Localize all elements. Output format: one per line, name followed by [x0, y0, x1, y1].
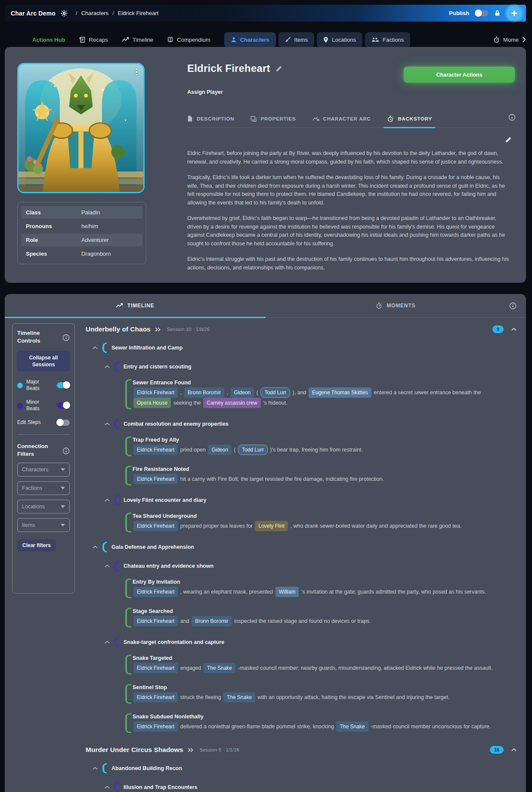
nav-tab-compendium[interactable]: Compendium	[167, 37, 210, 43]
toggle-edit-steps[interactable]	[57, 420, 70, 426]
chevron-up-icon[interactable]	[105, 422, 110, 426]
entity-chip-the-snake[interactable]: The Snake	[336, 721, 368, 732]
entity-chip-lovely-flint[interactable]: Lovely Flint	[255, 521, 288, 531]
beat-title[interactable]: Entry By Invitation	[133, 579, 517, 585]
group-title[interactable]: Snake-target confrontation and capture	[124, 639, 224, 645]
character-actions-button[interactable]: Character Actions	[404, 67, 515, 83]
nav-tab-locations[interactable]: Locations	[317, 32, 362, 47]
group-title[interactable]: Chateau entry and evidence shown	[124, 563, 213, 569]
chevron-up-icon[interactable]	[511, 748, 517, 752]
beat-title[interactable]: Fire Resistance Noted	[133, 466, 517, 472]
entity-chip-eldrick-fireheart[interactable]: Eldrick Fireheart	[133, 387, 178, 398]
group-title[interactable]: Combat resolution and enemy properties	[124, 421, 229, 427]
beat-title[interactable]: Sewer Entrance Found	[133, 380, 517, 386]
session-title[interactable]: Murder Under Circus Shadows	[86, 746, 183, 754]
clear-filters-button[interactable]: Clear filters	[17, 539, 56, 551]
nav-tab-label: Items	[294, 37, 308, 43]
beat-title[interactable]: Trap Freed by Ally	[133, 437, 517, 443]
entity-chip-eldrick-fireheart[interactable]: Eldrick Fireheart	[133, 474, 178, 484]
entity-chip-eldrick-fireheart[interactable]: Eldrick Fireheart	[133, 616, 178, 626]
entity-chip-eldrick-fireheart[interactable]: Eldrick Fireheart	[133, 521, 178, 531]
entity-chip-bronn-boromir[interactable]: Bronn Boromir	[184, 387, 224, 398]
entity-chip-todd-lurr[interactable]: Todd Lurr	[260, 387, 290, 398]
tab-character-arc[interactable]: CHARACTER ARC	[312, 110, 371, 127]
publish-toggle[interactable]	[475, 10, 488, 16]
toggle-minor-beats[interactable]	[57, 402, 70, 408]
filter-dropdown-factions[interactable]: Factions	[17, 481, 70, 495]
group-title[interactable]: Illusion and Trap Encounters	[124, 784, 198, 790]
entity-chip-gideon[interactable]: Gideon	[208, 445, 232, 455]
entity-chip-william[interactable]: William	[275, 587, 299, 597]
entity-chip-the-snake[interactable]: The Snake	[204, 663, 235, 673]
info-icon[interactable]	[509, 302, 517, 309]
chevron-up-icon[interactable]	[105, 640, 110, 644]
breadcrumb-item-eldrick-fireheart[interactable]: Eldrick Fireheart	[118, 10, 159, 16]
collapse-all-sessions-button[interactable]: Collapse all Sessions	[17, 351, 70, 371]
chevron-up-icon[interactable]	[105, 498, 110, 502]
entity-chip-eldrick-fireheart[interactable]: Eldrick Fireheart	[133, 692, 178, 702]
lock-icon[interactable]	[494, 10, 501, 16]
entity-chip-eldrick-fireheart[interactable]: Eldrick Fireheart	[133, 663, 178, 673]
entity-chip-bronn-boromir[interactable]: Bronn Boromir	[192, 616, 232, 626]
filter-dropdown-characters[interactable]: Characters	[17, 463, 70, 476]
filter-dropdown-locations[interactable]: Locations	[17, 500, 70, 514]
chevron-up-icon[interactable]	[93, 767, 98, 770]
edit-backstory-icon[interactable]	[505, 136, 511, 143]
entity-chip-the-snake[interactable]: The Snake	[223, 692, 255, 702]
group-title[interactable]: Abandoned Building Recon	[111, 765, 182, 771]
chevron-up-icon[interactable]	[93, 545, 98, 549]
nav-tab-characters[interactable]: Characters	[224, 32, 276, 47]
double-chevron-right-icon[interactable]	[155, 327, 161, 332]
toggle-major-beats[interactable]	[57, 382, 70, 388]
breadcrumb-item-characters[interactable]: Characters	[81, 10, 109, 16]
group-title[interactable]: Entry and cistern scouting	[124, 364, 192, 370]
beat-title[interactable]: Tea Shared Underground	[133, 513, 517, 519]
tab-properties[interactable]: PROPERTIES	[251, 110, 296, 127]
nav-tab-timeline[interactable]: Timeline	[122, 37, 154, 43]
entity-chip-gideon[interactable]: Gideon	[231, 387, 254, 398]
portrait-menu-icon[interactable]	[133, 67, 139, 77]
info-icon[interactable]	[62, 443, 70, 458]
beat-title[interactable]: Snake Targeted	[133, 655, 517, 661]
entity-chip-opera-house[interactable]: Opera House	[133, 398, 171, 408]
group-title[interactable]: Sewer Infiltration and Camp	[111, 345, 182, 351]
nav-tab-recaps[interactable]: Recaps	[79, 37, 108, 43]
entity-chip-carney-assassin-crew[interactable]: Carney assassin crew	[203, 398, 260, 408]
entity-chip-eldrick-fireheart[interactable]: Eldrick Fireheart	[133, 721, 178, 732]
beat-title[interactable]: Snake Subdued Nonlethally	[133, 714, 517, 720]
double-chevron-right-icon[interactable]	[188, 748, 194, 752]
info-icon[interactable]	[508, 114, 516, 121]
tab-moments[interactable]: MOMENTS	[266, 294, 526, 317]
session-title[interactable]: Underbelly of Chaos	[86, 325, 151, 333]
beat-title[interactable]: Stage Searched	[133, 608, 517, 614]
edit-name-icon[interactable]	[275, 65, 282, 72]
tab-timeline[interactable]: TIMELINE	[5, 294, 266, 317]
filter-dropdown-items[interactable]: Items	[17, 518, 70, 532]
chevron-right-icon[interactable]	[522, 37, 526, 43]
chevron-up-icon[interactable]	[511, 328, 517, 331]
chevron-up-icon[interactable]	[93, 346, 98, 350]
group-title[interactable]: Lovely Flint encounter and diary	[124, 497, 206, 503]
assign-player-link[interactable]: Assign Player	[187, 89, 223, 95]
gear-icon[interactable]	[61, 10, 68, 17]
tab-backstory[interactable]: BACKSTORY	[387, 110, 432, 127]
nav-tab-factions[interactable]: Factions	[365, 32, 410, 47]
add-button[interactable]: +	[507, 6, 522, 21]
entity-chip-todd-lurr[interactable]: Todd Lurr	[238, 445, 268, 455]
beat-card-sewer-entrance-found: Sewer Entrance FoundEldrick Fireheart , …	[125, 379, 517, 409]
chevron-up-icon[interactable]	[105, 564, 110, 568]
character-portrait[interactable]	[17, 63, 145, 193]
nav-tab-actions-hub[interactable]: Actions Hub	[32, 37, 65, 43]
info-icon[interactable]	[62, 330, 70, 345]
entity-chip-eugene-thomas-skittles[interactable]: Eugene Thomas Skittles	[309, 387, 371, 398]
beat-title[interactable]: Sentinel Stop	[133, 684, 517, 690]
nav-tab-mome[interactable]: Mome	[493, 36, 519, 43]
info-label: Pronouns	[21, 223, 81, 229]
entity-chip-eldrick-fireheart[interactable]: Eldrick Fireheart	[133, 445, 178, 455]
group-title[interactable]: Gala Defense and Apprehension	[111, 544, 194, 550]
entity-chip-eldrick-fireheart[interactable]: Eldrick Fireheart	[133, 587, 178, 597]
chevron-up-icon[interactable]	[105, 365, 110, 368]
chevron-up-icon[interactable]	[105, 786, 110, 789]
nav-tab-items[interactable]: Items	[278, 32, 315, 47]
tab-description[interactable]: DESCRIPTION	[187, 110, 234, 127]
